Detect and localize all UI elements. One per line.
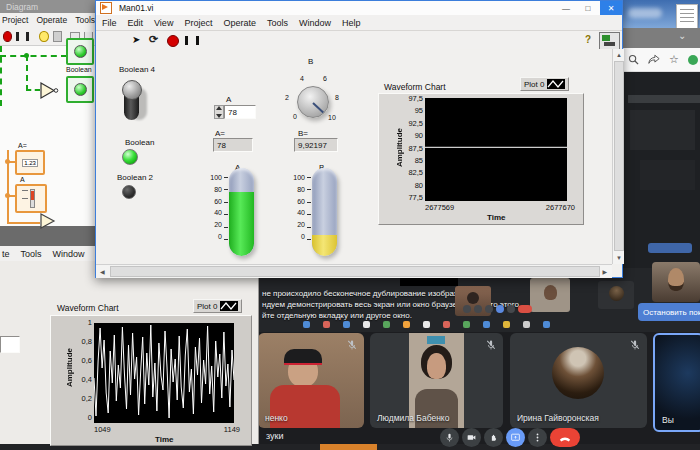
pause-button[interactable] — [16, 32, 29, 41]
menu-item[interactable]: Help — [342, 18, 361, 28]
participant-tile[interactable]: Ирина Гайворонская — [510, 333, 647, 428]
toolbar: ➤ ⟳ ? — [96, 31, 622, 51]
menu-item[interactable]: Operate — [36, 15, 67, 25]
extension-badge-icon[interactable] — [688, 55, 698, 65]
bookmark-star-icon[interactable]: ☆ — [669, 54, 679, 65]
conversion-node[interactable] — [39, 212, 58, 230]
wire-orange — [7, 222, 40, 224]
led-boolean2-off[interactable] — [122, 185, 136, 199]
stop-presenting-button[interactable]: Остановить показ — [638, 303, 700, 321]
pause-button[interactable] — [185, 36, 199, 45]
menu-item[interactable]: Window — [53, 249, 85, 259]
caption-fragment: зуки — [266, 431, 284, 441]
menu-item[interactable]: Project — [184, 18, 212, 28]
boolean-led-terminal[interactable] — [66, 38, 94, 65]
camera-icon — [466, 432, 477, 443]
help-icon[interactable]: ? — [585, 34, 591, 45]
menu-item[interactable]: te — [2, 249, 10, 259]
avatar — [552, 347, 604, 399]
plot-legend[interactable]: Plot 0 — [193, 299, 242, 313]
vi-icon-badge[interactable] — [599, 32, 620, 50]
zoom-icon[interactable] — [628, 54, 639, 65]
raise-hand-icon — [488, 432, 499, 443]
menu-item[interactable]: Project — [2, 15, 28, 25]
wire-green — [0, 55, 67, 57]
menu-item[interactable]: Window — [299, 18, 331, 28]
chart-title: Waveform Chart — [384, 82, 446, 92]
y-axis-ticks: 97,59592,59087,58582,58077,5 — [395, 94, 423, 202]
knob-tick: 6 — [323, 75, 327, 82]
x-axis-label: Time — [155, 435, 174, 444]
highlight-execution-icon[interactable] — [39, 31, 48, 42]
maximize-button[interactable]: □ — [577, 1, 599, 15]
step-into-icon[interactable] — [53, 31, 62, 42]
cloud — [628, 8, 662, 18]
run-button[interactable]: ➤ — [132, 35, 140, 45]
menu-item[interactable]: Tools — [75, 15, 95, 25]
legend-label: Plot 0 — [524, 80, 544, 89]
knob-tick: 0 — [293, 113, 297, 120]
vertical-scrollbar[interactable]: ▲ ▼ — [612, 49, 624, 264]
browser-titlebar-strip: ⌄ — [620, 28, 700, 48]
run-continuous-button[interactable]: ⟳ — [149, 34, 158, 45]
participant-name: Вы — [662, 415, 674, 425]
not-gate-node[interactable] — [39, 81, 59, 100]
mini-taskbar-icons — [303, 319, 563, 329]
recursive-window — [630, 110, 695, 150]
headphones — [284, 349, 322, 365]
menu-item[interactable]: View — [154, 18, 173, 28]
wire-junction — [5, 193, 10, 198]
boolean4-label: Boolean 4 — [119, 65, 155, 74]
plot-legend[interactable]: Plot 0 — [520, 77, 569, 91]
led-boolean-on[interactable] — [122, 149, 138, 165]
waveform-chart: Amplitude 10,80,60,40,20 10491149 Time — [50, 315, 252, 446]
menu-item[interactable]: Tools — [267, 18, 288, 28]
boolean-led-terminal[interactable] — [66, 76, 94, 103]
boolean2-label: Boolean 2 — [117, 173, 153, 182]
slide-b-ticks — [307, 177, 311, 240]
minimize-button[interactable]: — — [555, 1, 577, 15]
participant-name: Людмила Бабенко — [377, 413, 449, 423]
menu-item[interactable]: File — [102, 18, 117, 28]
present-button[interactable] — [506, 428, 525, 447]
chevron-down-icon[interactable]: ⌄ — [678, 30, 686, 41]
terminal-label: A= — [18, 142, 27, 149]
horizontal-scrollbar[interactable]: ◀ ▶ — [96, 264, 612, 278]
numeric-a-label: A — [226, 95, 231, 104]
window-titlebar[interactable]: Diagram — [0, 0, 97, 13]
menu-item[interactable]: Edit — [128, 18, 144, 28]
self-tile[interactable]: Вы — [653, 333, 700, 432]
b-eq-indicator: 9,92197 — [294, 138, 338, 152]
partial-control-field[interactable] — [0, 336, 20, 353]
document-icon[interactable] — [676, 4, 698, 29]
more-options-button[interactable] — [528, 428, 547, 447]
slide-terminal[interactable] — [15, 184, 47, 213]
window-titlebar[interactable]: Man01.vi — □ ✕ — [96, 1, 622, 15]
numeric-a-field[interactable]: 78 — [224, 105, 256, 119]
end-call-button[interactable] — [550, 428, 580, 447]
knob-tick: 10 — [328, 114, 336, 121]
waveform-plot-area — [425, 98, 567, 201]
menu-item[interactable]: Operate — [223, 18, 256, 28]
boolean-label: Boolean — [125, 138, 154, 147]
raise-hand-button[interactable] — [484, 428, 503, 447]
participant-tile[interactable]: ненко — [258, 333, 364, 428]
share-icon[interactable] — [648, 54, 660, 65]
participant-name: Ирина Гайворонская — [517, 413, 599, 423]
taskbar-active-app[interactable] — [320, 444, 377, 450]
close-button[interactable]: ✕ — [600, 1, 622, 15]
abort-button[interactable] — [3, 31, 12, 42]
participant-tile[interactable]: Людмила Бабенко — [370, 333, 503, 428]
toggle-switch-boolean4[interactable] — [121, 80, 149, 124]
participant-name: ненко — [265, 413, 288, 423]
knob-b[interactable] — [297, 86, 329, 118]
camera-button[interactable] — [462, 428, 481, 447]
menu-item[interactable]: Tools — [21, 249, 42, 259]
mic-button[interactable] — [440, 428, 459, 447]
abort-button[interactable] — [167, 35, 179, 47]
numeric-a-stepper[interactable] — [214, 105, 224, 119]
window-title: Man01.vi — [119, 3, 154, 13]
waveform-plot-area — [94, 323, 234, 423]
numeric-indicator-terminal[interactable]: 1.23 — [15, 150, 45, 175]
desktop-screen: ⌄ ☆ не происходило бесконечное дублирова… — [0, 0, 700, 450]
